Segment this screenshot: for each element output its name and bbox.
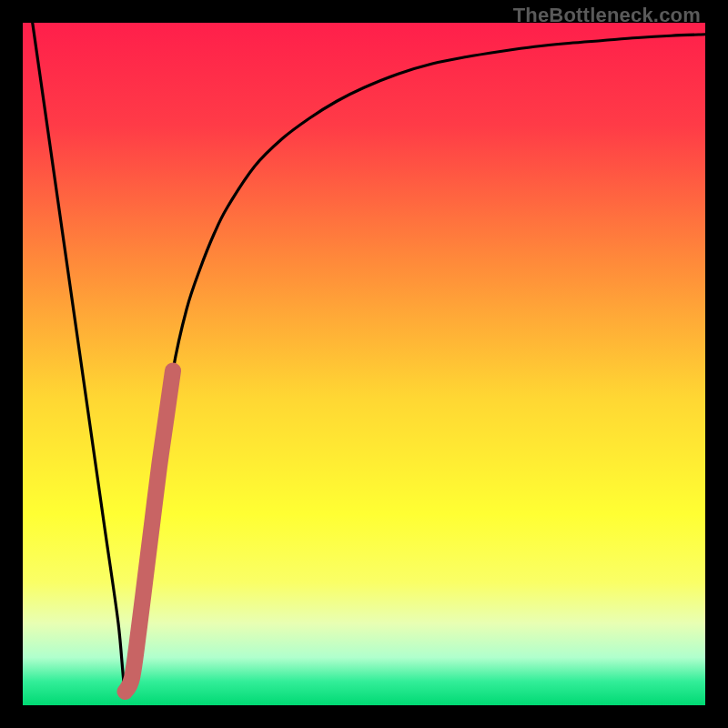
highlight-segment: [126, 371, 174, 693]
watermark-text: TheBottleneck.com: [513, 4, 701, 27]
plot-area: [23, 23, 705, 705]
chart-frame: TheBottleneck.com: [0, 0, 728, 728]
curve-layer: [23, 23, 705, 705]
bottleneck-curve: [23, 23, 705, 696]
